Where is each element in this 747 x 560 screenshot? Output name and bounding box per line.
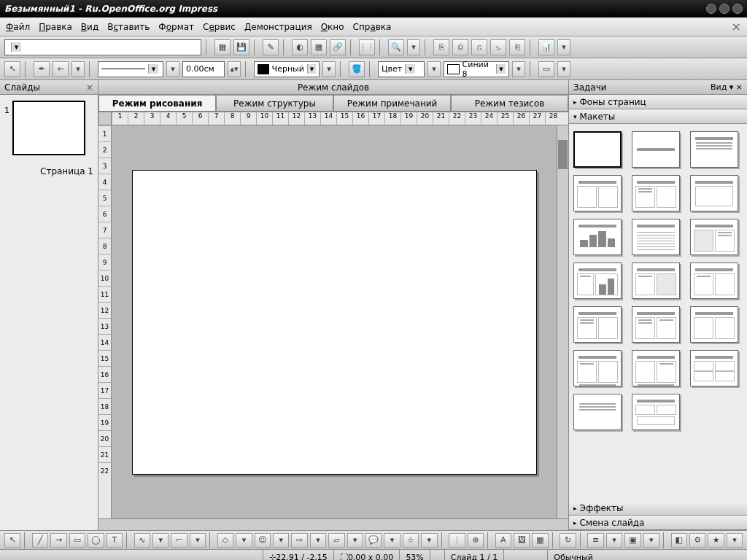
layout-text-clip[interactable] [632, 262, 680, 299]
rotate-icon[interactable]: ↻ [560, 533, 576, 548]
line-width[interactable]: 0.00см [182, 61, 225, 77]
pointer-icon[interactable]: ↖ [4, 61, 20, 77]
menu-file[interactable]: ФФайлайл [6, 22, 30, 32]
fontwork-icon[interactable]: A [495, 533, 511, 548]
layout-2col-b[interactable] [632, 175, 680, 211]
scrollbar-horizontal[interactable] [98, 518, 568, 530]
layout-title-bullets[interactable] [690, 131, 738, 168]
text-icon[interactable]: T [107, 533, 123, 548]
section-transition[interactable]: ▸Смена слайда [569, 516, 747, 530]
curve-icon[interactable]: ∿ [134, 533, 150, 548]
new-icon[interactable]: ▦ [214, 39, 231, 55]
menu-view[interactable]: Вид [81, 22, 98, 32]
arrow-style[interactable]: ← [53, 61, 69, 77]
table-icon[interactable]: ▦ [311, 39, 327, 55]
grid-icon[interactable]: ⋮⋮ [359, 39, 375, 55]
ellipse-icon[interactable]: ◯ [88, 533, 104, 548]
dd7[interactable]: ▾ [384, 533, 400, 548]
menu-slideshow[interactable]: Демонстрация [244, 22, 312, 32]
layout-16[interactable] [573, 350, 622, 386]
dd6[interactable]: ▾ [347, 533, 363, 548]
pen-icon[interactable]: ✒ [34, 61, 50, 77]
dd10[interactable]: ▾ [643, 533, 659, 548]
tb2[interactable]: ⎙ [452, 39, 468, 55]
menu-tools[interactable]: Сервис [203, 22, 236, 32]
tb3[interactable]: ⎌ [471, 39, 487, 55]
extrusion-icon[interactable]: ◧ [671, 533, 687, 548]
layout-blank[interactable] [573, 131, 622, 168]
save-icon[interactable]: 💾 [233, 39, 249, 55]
canvas[interactable] [112, 125, 557, 518]
fill-type-dd[interactable]: ▾ [427, 61, 441, 77]
connector-icon[interactable]: ⌐ [171, 533, 187, 548]
shadow-icon[interactable]: ▭ [538, 61, 554, 77]
zoom-icon[interactable]: 🔍 [388, 39, 404, 55]
line-style[interactable]: ▾ [98, 61, 163, 77]
hyperlink-icon[interactable]: 🔗 [330, 39, 346, 55]
line-icon[interactable]: ╱ [32, 533, 48, 548]
tb6[interactable]: 📊 [538, 39, 554, 55]
fill-type[interactable]: Цвет▾ [378, 61, 425, 77]
menu-edit[interactable]: Правка [39, 22, 72, 32]
doc-close-icon[interactable]: × [732, 20, 741, 34]
blockarrows-icon[interactable]: ⇨ [291, 533, 307, 548]
layout-18[interactable] [690, 350, 738, 386]
animation-icon[interactable]: ★ [708, 533, 724, 548]
line-color[interactable]: Черный▾ [254, 61, 320, 77]
slide-canvas[interactable] [132, 170, 537, 475]
layout-17[interactable] [632, 350, 680, 386]
fill-color-dd[interactable]: ▾ [512, 61, 525, 77]
layout-title[interactable] [632, 131, 680, 168]
align-icon[interactable]: ≡ [587, 533, 603, 548]
dd4[interactable]: ▾ [273, 533, 289, 548]
zoom-dd[interactable]: ▾ [407, 39, 420, 55]
close-button[interactable] [732, 4, 743, 14]
line-style-dd[interactable]: ▾ [166, 61, 179, 77]
gallery-icon[interactable]: ▦ [532, 533, 548, 548]
line-width-spin[interactable]: ▴▾ [228, 61, 241, 77]
layout-13[interactable] [573, 306, 622, 343]
stars-icon[interactable]: ☆ [403, 533, 419, 548]
drawbar-end[interactable]: ▾ [727, 533, 743, 548]
tasks-close-icon[interactable]: × [736, 82, 743, 92]
tb4[interactable]: ⎁ [490, 39, 506, 55]
tb-end[interactable]: ▾ [557, 39, 570, 55]
minimize-button[interactable] [706, 4, 716, 14]
layout-19[interactable] [573, 394, 622, 430]
status-zoom[interactable]: 53% [399, 550, 429, 560]
dd2[interactable]: ▾ [190, 533, 206, 548]
tab-notes[interactable]: Режим примечаний [333, 95, 451, 112]
fill-color[interactable]: Синий 8▾ [444, 61, 509, 77]
slides-close-icon[interactable]: × [86, 82, 93, 93]
dd1[interactable]: ▾ [152, 533, 169, 548]
tb-line-end[interactable]: ▾ [557, 61, 570, 77]
menu-help[interactable]: Справка [353, 22, 392, 32]
menu-format[interactable]: Формат [158, 22, 194, 32]
layout-15[interactable] [690, 306, 738, 343]
layout-14[interactable] [632, 306, 680, 343]
section-effects[interactable]: ▸Эффекты [569, 501, 747, 516]
layout-2col[interactable] [573, 175, 622, 211]
menu-window[interactable]: Окно [321, 22, 344, 32]
section-layouts[interactable]: ▾Макеты [569, 109, 747, 124]
tab-handout[interactable]: Режим тезисов [451, 95, 568, 112]
bucket-icon[interactable]: 🪣 [349, 61, 365, 77]
arrow-icon[interactable]: → [50, 533, 66, 548]
dd8[interactable]: ▾ [421, 533, 437, 548]
glue-icon[interactable]: ⊕ [468, 533, 484, 548]
select-icon[interactable]: ↖ [4, 533, 20, 548]
url-combo[interactable]: ▾ [4, 39, 201, 55]
layout-table[interactable] [632, 219, 680, 255]
layout-20[interactable] [632, 394, 680, 430]
basicshapes-icon[interactable]: ◇ [217, 533, 233, 548]
fromfile-icon[interactable]: 🖼 [514, 533, 530, 548]
rect-icon[interactable]: ▭ [69, 533, 85, 548]
layout-content[interactable] [690, 175, 738, 211]
arrow-dd[interactable]: ▾ [71, 61, 85, 77]
menu-insert[interactable]: Вставить [107, 22, 150, 32]
scrollbar-vertical[interactable] [557, 125, 568, 518]
edit-icon[interactable]: ✎ [263, 39, 279, 55]
tb1[interactable]: ⎘ [433, 39, 449, 55]
tab-drawing[interactable]: Режим рисования [98, 95, 216, 112]
smiley-icon[interactable]: ☺ [255, 533, 271, 548]
